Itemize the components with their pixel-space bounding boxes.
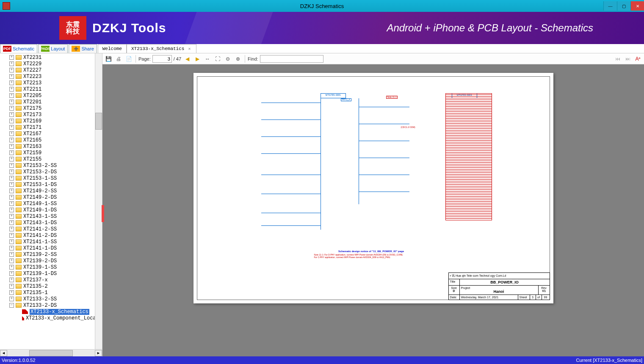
- tree-hscrollbar[interactable]: ◄ ►: [0, 349, 102, 356]
- expand-icon[interactable]: +: [9, 74, 14, 79]
- find-input[interactable]: [260, 55, 323, 63]
- tree-item[interactable]: +XT2149-2-SS: [0, 188, 102, 194]
- hscroll-thumb[interactable]: [29, 350, 73, 356]
- tree-item[interactable]: +XT2159: [0, 150, 102, 156]
- expand-icon[interactable]: +: [9, 252, 14, 257]
- tree-item[interactable]: +XT2223: [0, 73, 102, 80]
- expand-icon[interactable]: +: [9, 182, 14, 187]
- expand-icon[interactable]: +: [9, 55, 14, 60]
- minimize-button[interactable]: —: [603, 1, 617, 11]
- copy-button[interactable]: 📄: [124, 55, 133, 63]
- expand-icon[interactable]: +: [9, 163, 14, 168]
- fit-width-button[interactable]: ↔: [203, 55, 212, 63]
- tree-item[interactable]: +XT2139-1-SS: [0, 264, 102, 270]
- print-button[interactable]: 🖨: [114, 55, 123, 63]
- expand-icon[interactable]: +: [9, 290, 14, 295]
- doc-tab-welcome[interactable]: Welcome: [98, 44, 127, 53]
- expand-icon[interactable]: +: [9, 214, 14, 219]
- expand-icon[interactable]: +: [9, 271, 14, 276]
- expand-icon[interactable]: +: [9, 157, 14, 161]
- expand-icon[interactable]: +: [9, 265, 14, 270]
- expand-icon[interactable]: +: [9, 131, 14, 136]
- tree-item[interactable]: +XT2201: [0, 99, 102, 105]
- tree-item-file[interactable]: XT2133-x_Schematics: [0, 308, 102, 315]
- zoom-in-button[interactable]: ⊕: [234, 55, 242, 63]
- close-tab-icon[interactable]: ✕: [187, 46, 192, 51]
- tree-item[interactable]: +XT2135-2: [0, 283, 102, 289]
- panel-tab-layout[interactable]: PADS Layout: [38, 44, 68, 53]
- hscroll-left-button[interactable]: ◄: [0, 350, 7, 356]
- expand-icon[interactable]: +: [9, 284, 14, 289]
- expand-icon[interactable]: +: [9, 220, 14, 225]
- tree-item-file[interactable]: XT2133-x_Component_Locati: [0, 315, 102, 321]
- tree-item[interactable]: +XT2141-1-DS: [0, 245, 102, 251]
- expand-icon[interactable]: +: [9, 176, 14, 181]
- expand-icon[interactable]: +: [9, 233, 14, 238]
- tree-item[interactable]: +XT2153-2-SS: [0, 162, 102, 169]
- tree-item[interactable]: +XT2211: [0, 86, 102, 92]
- find-next-button[interactable]: ⏭: [624, 55, 632, 63]
- tree-item[interactable]: −XT2133-2-DS: [0, 302, 102, 308]
- zoom-out-button[interactable]: ⊖: [224, 55, 232, 63]
- tree-item[interactable]: +XT2139-2-SS: [0, 251, 102, 258]
- canvas[interactable]: MT6785-SBS MT6785-SBS PHY1_A Note 11-1 (…: [102, 64, 644, 356]
- expand-icon[interactable]: +: [9, 227, 14, 231]
- tree-item[interactable]: +XT2229: [0, 61, 102, 67]
- expand-icon[interactable]: +: [9, 150, 14, 155]
- tree-item[interactable]: +XT2137-x: [0, 277, 102, 283]
- expand-icon[interactable]: +: [9, 125, 14, 130]
- tree-vscrollbar[interactable]: [95, 53, 102, 349]
- tree-item[interactable]: +XT2135-1: [0, 289, 102, 296]
- panel-tab-schematic[interactable]: PDF Schematic: [0, 44, 37, 53]
- tree-item[interactable]: +XT2153-1-SS: [0, 175, 102, 181]
- next-page-button[interactable]: ▶: [193, 55, 202, 63]
- tree-item[interactable]: +XT2133-2-SS: [0, 296, 102, 302]
- page-input[interactable]: [152, 55, 172, 63]
- tree-item[interactable]: +XT2167: [0, 131, 102, 137]
- expand-icon[interactable]: +: [9, 106, 14, 111]
- expand-icon[interactable]: +: [9, 195, 14, 200]
- tree-item[interactable]: +XT2139-2-DS: [0, 258, 102, 264]
- expand-icon[interactable]: +: [9, 189, 14, 193]
- fit-page-button[interactable]: ⛶: [213, 55, 222, 63]
- doc-tab-schematics[interactable]: XT2133-x_Schematics ✕: [127, 44, 196, 53]
- tree-item[interactable]: +XT2213: [0, 80, 102, 86]
- expand-icon[interactable]: +: [9, 119, 14, 123]
- tree-item[interactable]: +XT2149-2-DS: [0, 194, 102, 200]
- expand-icon[interactable]: +: [9, 278, 14, 282]
- expand-icon[interactable]: +: [9, 81, 14, 85]
- tree-item[interactable]: +XT2153-1-DS: [0, 181, 102, 188]
- expand-icon[interactable]: +: [9, 258, 14, 263]
- tree-item[interactable]: +XT2155: [0, 156, 102, 162]
- expand-icon[interactable]: +: [9, 87, 14, 92]
- expand-icon[interactable]: +: [9, 144, 14, 149]
- expand-icon[interactable]: +: [9, 208, 14, 212]
- tree-item[interactable]: +XT2141-2-SS: [0, 226, 102, 232]
- find-prev-button[interactable]: ⏮: [614, 55, 622, 63]
- expand-icon[interactable]: +: [9, 239, 14, 244]
- tree-item[interactable]: +XT2163: [0, 143, 102, 150]
- hscroll-track[interactable]: [7, 350, 95, 356]
- tree-item[interactable]: +XT2165: [0, 137, 102, 143]
- close-button[interactable]: ✕: [630, 1, 644, 11]
- tree-item[interactable]: +XT2149-1-SS: [0, 200, 102, 207]
- tree-item[interactable]: +XT2153-2-DS: [0, 169, 102, 175]
- tree-item[interactable]: +XT2149-1-DS: [0, 207, 102, 213]
- tree-item[interactable]: +XT2227: [0, 67, 102, 73]
- save-button[interactable]: 💾: [104, 55, 113, 63]
- hscroll-right-button[interactable]: ►: [95, 350, 102, 356]
- tree-item[interactable]: +XT2143-1-SS: [0, 213, 102, 220]
- expand-icon[interactable]: +: [9, 246, 14, 250]
- tree-item[interactable]: +XT2175: [0, 105, 102, 111]
- expand-icon[interactable]: +: [9, 201, 14, 206]
- prev-page-button[interactable]: ◀: [183, 55, 191, 63]
- expand-icon[interactable]: +: [9, 138, 14, 142]
- tree-item[interactable]: +XT2143-1-DS: [0, 220, 102, 226]
- tree-item[interactable]: +XT2139-1-DS: [0, 270, 102, 277]
- expand-icon[interactable]: +: [9, 68, 14, 72]
- expand-icon[interactable]: +: [9, 169, 14, 174]
- tree-item[interactable]: +XT2173: [0, 111, 102, 118]
- expand-icon[interactable]: +: [9, 100, 14, 104]
- text-tool-button[interactable]: Aᵃ: [634, 55, 642, 63]
- splitter-handle[interactable]: [102, 205, 104, 222]
